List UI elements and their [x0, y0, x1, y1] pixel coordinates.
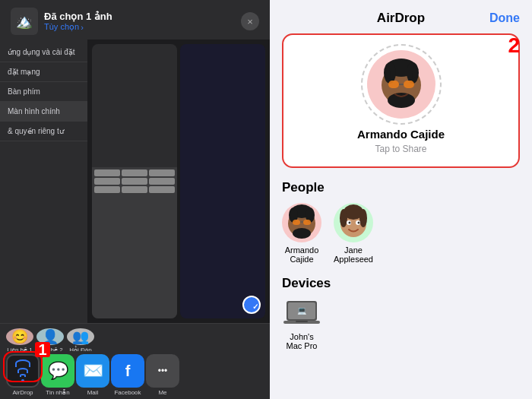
right-panel: AirDrop Done 2 — [270, 0, 532, 399]
facebook-icon[interactable]: f — [111, 354, 144, 388]
mail-app[interactable]: ✉️ Mail — [76, 354, 109, 396]
screenshot-grid: Nhập mật mã của bạn — [92, 44, 265, 318]
svg-point-23 — [358, 222, 360, 224]
header-title-group: Đã chọn 1 ảnh Tùy chọn › — [44, 11, 112, 32]
left-panel: 🏔️ Đã chọn 1 ảnh Tùy chọn › × ứng dụng v… — [0, 0, 270, 399]
more-app[interactable]: ••• Me — [146, 354, 179, 396]
contact-3-avatar: 👥 — [67, 328, 94, 345]
menu-item-keyboard[interactable]: Bàn phím — [0, 82, 87, 102]
keyboard-area — [92, 167, 177, 318]
armando-name: ArmandoCajide — [285, 245, 319, 264]
person-armando[interactable]: ArmandoCajide — [282, 203, 321, 264]
svg-point-19 — [359, 209, 367, 227]
selected-count-label: Đã chọn 1 ảnh — [44, 11, 112, 22]
selected-checkmark: ✓ — [252, 302, 258, 311]
menu-item-network[interactable]: đặt mạng — [0, 62, 87, 82]
main-avatar-container — [367, 50, 435, 119]
password-screenshot[interactable]: Nhập mật mã của bạn — [92, 44, 177, 318]
done-button[interactable]: Done — [489, 11, 520, 25]
dark-screenshot[interactable]: ✓ — [180, 44, 265, 318]
people-grid: ArmandoCajide — [282, 203, 520, 264]
svg-rect-14 — [303, 220, 311, 225]
mail-icon[interactable]: ✉️ — [76, 354, 109, 388]
main-share-card[interactable]: 2 — [282, 33, 520, 168]
contact-1-avatar: 😊 — [6, 328, 33, 345]
menu-item-settings[interactable]: ứng dụng và cài đặt — [0, 43, 87, 62]
devices-section: Devices 💻 — [282, 276, 520, 350]
more-icon[interactable]: ••• — [146, 354, 179, 388]
options-link[interactable]: Tùy chọn › — [44, 22, 112, 32]
people-section-header: People — [282, 180, 520, 195]
right-header: AirDrop Done — [270, 0, 532, 33]
apps-row: AirDrop 1 💬 Tin nhắn ✉️ Mail f — [0, 351, 270, 399]
screenshot-area: ứng dụng và cài đặt đặt mạng Bàn phím Mà… — [0, 40, 270, 323]
macpro-name: John'sMac Pro — [287, 332, 318, 350]
macpro-icon: 💻 — [282, 299, 321, 329]
messages-label: Tin nhắn — [46, 389, 69, 396]
left-header: 🏔️ Đã chọn 1 ảnh Tùy chọn › × — [0, 0, 270, 40]
jane-avatar — [334, 203, 373, 242]
keyboard-row-2 — [94, 178, 175, 185]
svg-text:💻: 💻 — [297, 306, 307, 315]
devices-section-header: Devices — [282, 276, 520, 291]
keyboard-row-1 — [94, 169, 175, 176]
airdrop-title: AirDrop — [377, 11, 425, 26]
share-row: 😊 Liên hệ 1 👤 Liên hệ 2 👥 Hỏi Đáp — [0, 323, 270, 399]
devices-grid: 💻 John'sMac Pro — [282, 299, 520, 350]
photo-thumbnail: 🏔️ — [11, 8, 38, 35]
messages-app[interactable]: 💬 Tin nhắn — [41, 354, 74, 396]
svg-point-4 — [388, 93, 415, 108]
keyboard-row-3 — [94, 186, 175, 193]
memoji-face — [375, 58, 428, 111]
svg-point-18 — [340, 209, 347, 227]
svg-point-22 — [349, 222, 351, 224]
airdrop-app[interactable]: AirDrop 1 — [6, 354, 40, 396]
messages-icon[interactable]: 💬 — [41, 354, 74, 388]
close-button[interactable]: × — [241, 12, 259, 30]
facebook-label: Facebook — [114, 389, 141, 396]
svg-rect-27 — [296, 321, 308, 322]
contact-3: 👥 Hỏi Đáp — [67, 328, 94, 348]
header-left: 🏔️ Đã chọn 1 ảnh Tùy chọn › — [11, 8, 112, 35]
main-person-name: Armando Cajide — [357, 128, 445, 141]
people-section: People — [282, 180, 520, 264]
menu-item-privacy[interactable]: & quyền riêng tư — [0, 122, 87, 141]
menu-item-homescreen[interactable]: Màn hình chính — [0, 102, 87, 122]
svg-rect-5 — [388, 81, 399, 88]
mail-label: Mail — [87, 389, 99, 396]
contact-1: 😊 Liên hệ 1 — [6, 328, 33, 348]
number1-badge: 1 — [35, 342, 50, 357]
tap-to-share-label: Tap to Share — [375, 144, 426, 154]
right-content: 2 — [270, 33, 532, 399]
more-label: Me — [158, 389, 166, 396]
device-macpro[interactable]: 💻 John'sMac Pro — [282, 299, 321, 350]
svg-rect-6 — [404, 81, 414, 88]
side-menu: ứng dụng và cài đặt đặt mạng Bàn phím Mà… — [0, 40, 87, 323]
jane-name: JaneAppleseed — [334, 245, 373, 264]
facebook-app[interactable]: f Facebook — [111, 354, 144, 396]
person-jane[interactable]: JaneAppleseed — [334, 203, 373, 264]
number2-badge: 2 — [508, 33, 520, 58]
screenshots-main: Nhập mật mã của bạn — [87, 40, 270, 323]
svg-rect-13 — [293, 220, 300, 225]
main-avatar — [367, 50, 435, 119]
armando-avatar — [282, 203, 321, 242]
svg-point-12 — [293, 228, 311, 239]
airdrop-label: AirDrop — [12, 389, 33, 396]
